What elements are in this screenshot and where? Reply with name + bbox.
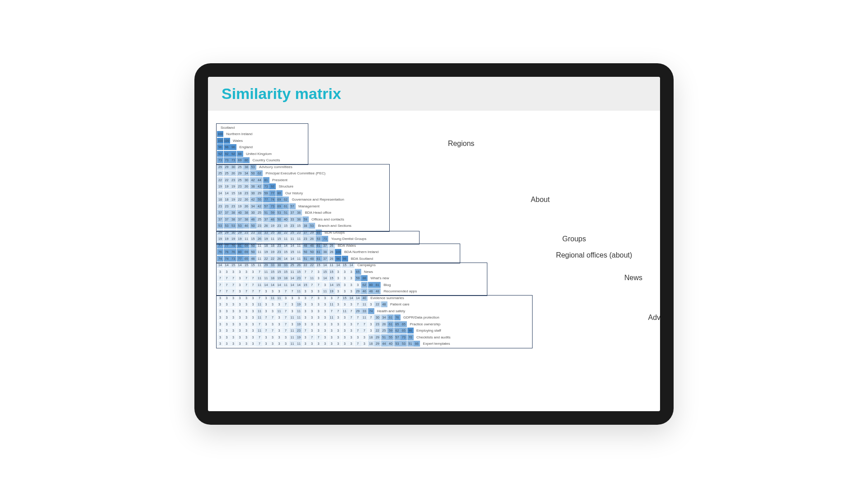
matrix-cell: 23 xyxy=(256,223,263,229)
matrix-cell: 3 xyxy=(322,334,328,340)
matrix-cell: 53 xyxy=(250,164,256,170)
matrix-cell: 14 xyxy=(276,282,283,288)
matrix-cell: 19 xyxy=(296,321,302,327)
matrix-cell: 3 xyxy=(348,269,354,275)
matrix-row: 25252629345062Principal Executive Commit… xyxy=(217,170,451,177)
matrix-row: 777776816950111818231414114848613726BDA … xyxy=(217,242,451,249)
matrix-cell: 77 xyxy=(263,197,269,202)
matrix-cell: 3 xyxy=(309,328,315,333)
matrix-cell: 65 xyxy=(355,269,361,275)
matrix-cell: 37 xyxy=(263,216,269,222)
matrix-cell: 3 xyxy=(224,314,230,320)
matrix-cell: 3 xyxy=(243,295,250,301)
matrix-cell: 66 xyxy=(414,341,420,347)
matrix-cell: 3 xyxy=(342,282,348,288)
matrix-cell: 46 xyxy=(243,223,250,229)
row-label: United Kingdom xyxy=(246,152,272,156)
matrix-cell: 92 xyxy=(269,183,276,189)
matrix-cell: 14 xyxy=(289,243,296,249)
matrix-cell: 14 xyxy=(329,282,335,288)
matrix-cell: 7 xyxy=(217,282,223,288)
matrix-cell: 30 xyxy=(250,210,256,216)
matrix: Scotland100Northern Ireland100100Wales96… xyxy=(217,124,451,347)
matrix-cell: 11 xyxy=(361,314,368,320)
matrix-cell: 3 xyxy=(237,314,243,320)
matrix-cell: 40 xyxy=(387,341,394,347)
matrix-cell: 19 xyxy=(217,183,223,189)
matrix-cell: 7 xyxy=(224,275,230,281)
matrix-cell: 76 xyxy=(217,249,223,255)
matrix-cell: 11 xyxy=(361,301,368,307)
matrix-cell: 3 xyxy=(283,341,289,347)
matrix-cell: 3 xyxy=(342,301,348,307)
matrix-cell: 40 xyxy=(283,216,289,222)
matrix-cell: 74 xyxy=(217,256,223,262)
matrix-cell: 73 xyxy=(230,256,236,262)
matrix-cell: 19 xyxy=(276,275,283,281)
matrix-cell: 11 xyxy=(256,328,263,333)
matrix-cell: 3 xyxy=(217,334,223,340)
matrix-cell: 50 xyxy=(250,223,256,229)
row-label: BDA Head office xyxy=(305,211,332,215)
matrix-cell: 74 xyxy=(368,308,374,314)
matrix-cell: 11 xyxy=(296,243,302,249)
matrix-cell: 11 xyxy=(256,314,263,320)
row-label: Wales xyxy=(233,139,243,143)
matrix-cell: 7 xyxy=(289,288,296,294)
matrix-cell: 7 xyxy=(335,308,341,314)
matrix-cell: 96 xyxy=(224,144,230,150)
matrix-cell: 11 xyxy=(296,256,302,262)
matrix-cell: 38 xyxy=(322,249,328,255)
matrix-row: Scotland xyxy=(217,124,451,131)
matrix-cell: 81 xyxy=(374,282,381,288)
matrix-cell: 3 xyxy=(243,301,250,307)
matrix-cell: 80 xyxy=(368,282,374,288)
matrix-row: 92929288United Kingdom xyxy=(217,150,451,157)
matrix-cell: 29 xyxy=(263,262,269,268)
matrix-cell: 74 xyxy=(269,197,276,202)
matrix-cell: 77 xyxy=(224,243,230,249)
row-label: Health and safety xyxy=(377,309,405,313)
matrix-cell: 3 xyxy=(224,341,230,347)
row-label: BDA Northern Ireland xyxy=(344,250,379,254)
matrix-cell: 3 xyxy=(224,321,230,327)
matrix-cell: 92 xyxy=(217,151,223,157)
matrix-cell: 40 xyxy=(361,295,368,301)
matrix-cell: 3 xyxy=(302,314,309,320)
matrix-cell: 3 xyxy=(302,295,309,301)
matrix-cell: 26 xyxy=(329,249,335,255)
matrix-cell: 3 xyxy=(269,288,276,294)
matrix-cell: 23 xyxy=(243,230,250,235)
matrix-row: 333333733331119377333333318295155577370C… xyxy=(217,334,451,340)
matrix-cell: 3 xyxy=(348,341,354,347)
matrix-cell: 7 xyxy=(243,282,250,288)
matrix-cell: 3 xyxy=(309,314,315,320)
matrix-cell: 11 xyxy=(296,314,302,320)
matrix-cell: 3 xyxy=(316,328,322,333)
matrix-cell: 48 xyxy=(269,216,276,222)
matrix-cell: 53 xyxy=(276,210,283,216)
matrix-row: 33333373111133337333715141440Evidence su… xyxy=(217,295,451,301)
matrix-cell: 3 xyxy=(289,321,296,327)
matrix-cell: 3 xyxy=(230,269,236,275)
matrix-cell: 15 xyxy=(322,269,328,275)
matrix-cell: 25 xyxy=(224,170,230,176)
matrix-cell: 3 xyxy=(224,308,230,314)
matrix-cell: 3 xyxy=(269,301,276,307)
matrix-cell: 14 xyxy=(217,190,223,196)
section-label: About xyxy=(531,196,550,204)
matrix-cell: 3 xyxy=(237,282,243,288)
matrix-cell: 62 xyxy=(361,282,368,288)
matrix-cell: 18 xyxy=(224,197,230,202)
matrix-cell: 37 xyxy=(302,230,309,235)
matrix-cell: 26 xyxy=(243,183,250,189)
row-label: Branch and Sections xyxy=(318,224,352,228)
matrix-cell: 3 xyxy=(309,308,315,314)
matrix-cell: 19 xyxy=(224,236,230,242)
matrix-cell: 61 xyxy=(387,314,394,320)
matrix-row: 37373840383025515953513738BDA Head offic… xyxy=(217,210,451,216)
matrix-cell: 7 xyxy=(256,269,263,275)
matrix-cell: 38 xyxy=(230,210,236,216)
matrix-cell: 74 xyxy=(224,256,230,262)
matrix-cell: 50 xyxy=(276,216,283,222)
